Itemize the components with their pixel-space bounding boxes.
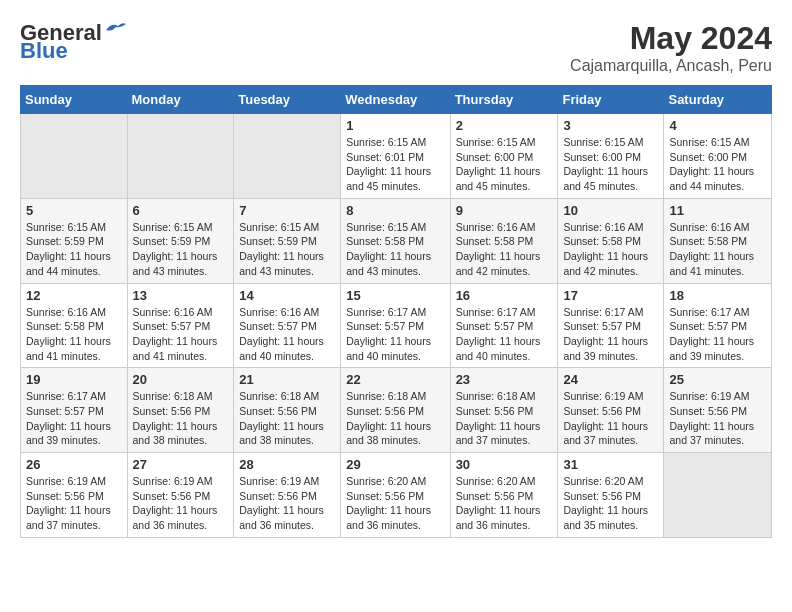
table-row xyxy=(234,114,341,199)
day-info: Sunrise: 6:15 AM Sunset: 6:00 PM Dayligh… xyxy=(563,135,658,194)
day-number: 29 xyxy=(346,457,444,472)
table-row xyxy=(127,114,234,199)
day-info: Sunrise: 6:16 AM Sunset: 5:58 PM Dayligh… xyxy=(563,220,658,279)
day-number: 12 xyxy=(26,288,122,303)
table-row: 23Sunrise: 6:18 AM Sunset: 5:56 PM Dayli… xyxy=(450,368,558,453)
calendar-week-row: 19Sunrise: 6:17 AM Sunset: 5:57 PM Dayli… xyxy=(21,368,772,453)
day-info: Sunrise: 6:15 AM Sunset: 5:59 PM Dayligh… xyxy=(239,220,335,279)
table-row: 12Sunrise: 6:16 AM Sunset: 5:58 PM Dayli… xyxy=(21,283,128,368)
day-number: 2 xyxy=(456,118,553,133)
calendar-table: Sunday Monday Tuesday Wednesday Thursday… xyxy=(20,85,772,538)
day-number: 26 xyxy=(26,457,122,472)
table-row: 24Sunrise: 6:19 AM Sunset: 5:56 PM Dayli… xyxy=(558,368,664,453)
day-info: Sunrise: 6:19 AM Sunset: 5:56 PM Dayligh… xyxy=(563,389,658,448)
day-info: Sunrise: 6:17 AM Sunset: 5:57 PM Dayligh… xyxy=(26,389,122,448)
day-info: Sunrise: 6:15 AM Sunset: 6:00 PM Dayligh… xyxy=(669,135,766,194)
table-row: 7Sunrise: 6:15 AM Sunset: 5:59 PM Daylig… xyxy=(234,198,341,283)
table-row: 10Sunrise: 6:16 AM Sunset: 5:58 PM Dayli… xyxy=(558,198,664,283)
day-info: Sunrise: 6:19 AM Sunset: 5:56 PM Dayligh… xyxy=(133,474,229,533)
day-info: Sunrise: 6:16 AM Sunset: 5:57 PM Dayligh… xyxy=(133,305,229,364)
calendar-week-row: 1Sunrise: 6:15 AM Sunset: 6:01 PM Daylig… xyxy=(21,114,772,199)
day-number: 25 xyxy=(669,372,766,387)
day-info: Sunrise: 6:18 AM Sunset: 5:56 PM Dayligh… xyxy=(346,389,444,448)
day-number: 21 xyxy=(239,372,335,387)
table-row: 8Sunrise: 6:15 AM Sunset: 5:58 PM Daylig… xyxy=(341,198,450,283)
day-number: 20 xyxy=(133,372,229,387)
day-info: Sunrise: 6:16 AM Sunset: 5:58 PM Dayligh… xyxy=(669,220,766,279)
page-header: General Blue May 2024 Cajamarquilla, Anc… xyxy=(20,20,772,75)
day-info: Sunrise: 6:20 AM Sunset: 5:56 PM Dayligh… xyxy=(346,474,444,533)
day-number: 15 xyxy=(346,288,444,303)
calendar-week-row: 12Sunrise: 6:16 AM Sunset: 5:58 PM Dayli… xyxy=(21,283,772,368)
table-row: 4Sunrise: 6:15 AM Sunset: 6:00 PM Daylig… xyxy=(664,114,772,199)
day-number: 17 xyxy=(563,288,658,303)
table-row: 1Sunrise: 6:15 AM Sunset: 6:01 PM Daylig… xyxy=(341,114,450,199)
table-row: 17Sunrise: 6:17 AM Sunset: 5:57 PM Dayli… xyxy=(558,283,664,368)
day-number: 31 xyxy=(563,457,658,472)
table-row: 29Sunrise: 6:20 AM Sunset: 5:56 PM Dayli… xyxy=(341,453,450,538)
day-number: 18 xyxy=(669,288,766,303)
day-number: 7 xyxy=(239,203,335,218)
table-row: 15Sunrise: 6:17 AM Sunset: 5:57 PM Dayli… xyxy=(341,283,450,368)
table-row: 3Sunrise: 6:15 AM Sunset: 6:00 PM Daylig… xyxy=(558,114,664,199)
day-number: 3 xyxy=(563,118,658,133)
table-row: 2Sunrise: 6:15 AM Sunset: 6:00 PM Daylig… xyxy=(450,114,558,199)
day-info: Sunrise: 6:18 AM Sunset: 5:56 PM Dayligh… xyxy=(133,389,229,448)
day-number: 11 xyxy=(669,203,766,218)
col-wednesday: Wednesday xyxy=(341,86,450,114)
day-info: Sunrise: 6:18 AM Sunset: 5:56 PM Dayligh… xyxy=(456,389,553,448)
col-thursday: Thursday xyxy=(450,86,558,114)
table-row: 13Sunrise: 6:16 AM Sunset: 5:57 PM Dayli… xyxy=(127,283,234,368)
day-info: Sunrise: 6:15 AM Sunset: 5:59 PM Dayligh… xyxy=(133,220,229,279)
day-number: 30 xyxy=(456,457,553,472)
day-info: Sunrise: 6:15 AM Sunset: 5:58 PM Dayligh… xyxy=(346,220,444,279)
day-info: Sunrise: 6:15 AM Sunset: 5:59 PM Dayligh… xyxy=(26,220,122,279)
table-row: 28Sunrise: 6:19 AM Sunset: 5:56 PM Dayli… xyxy=(234,453,341,538)
table-row: 22Sunrise: 6:18 AM Sunset: 5:56 PM Dayli… xyxy=(341,368,450,453)
day-info: Sunrise: 6:19 AM Sunset: 5:56 PM Dayligh… xyxy=(669,389,766,448)
calendar-week-row: 5Sunrise: 6:15 AM Sunset: 5:59 PM Daylig… xyxy=(21,198,772,283)
day-number: 28 xyxy=(239,457,335,472)
day-info: Sunrise: 6:16 AM Sunset: 5:57 PM Dayligh… xyxy=(239,305,335,364)
day-info: Sunrise: 6:19 AM Sunset: 5:56 PM Dayligh… xyxy=(26,474,122,533)
table-row xyxy=(664,453,772,538)
day-info: Sunrise: 6:16 AM Sunset: 5:58 PM Dayligh… xyxy=(26,305,122,364)
day-number: 24 xyxy=(563,372,658,387)
title-block: May 2024 Cajamarquilla, Ancash, Peru xyxy=(570,20,772,75)
col-sunday: Sunday xyxy=(21,86,128,114)
day-number: 5 xyxy=(26,203,122,218)
day-number: 14 xyxy=(239,288,335,303)
table-row: 14Sunrise: 6:16 AM Sunset: 5:57 PM Dayli… xyxy=(234,283,341,368)
day-number: 4 xyxy=(669,118,766,133)
table-row xyxy=(21,114,128,199)
day-number: 13 xyxy=(133,288,229,303)
day-number: 27 xyxy=(133,457,229,472)
day-info: Sunrise: 6:17 AM Sunset: 5:57 PM Dayligh… xyxy=(563,305,658,364)
day-number: 8 xyxy=(346,203,444,218)
day-info: Sunrise: 6:15 AM Sunset: 6:01 PM Dayligh… xyxy=(346,135,444,194)
day-info: Sunrise: 6:16 AM Sunset: 5:58 PM Dayligh… xyxy=(456,220,553,279)
table-row: 5Sunrise: 6:15 AM Sunset: 5:59 PM Daylig… xyxy=(21,198,128,283)
table-row: 25Sunrise: 6:19 AM Sunset: 5:56 PM Dayli… xyxy=(664,368,772,453)
calendar-subtitle: Cajamarquilla, Ancash, Peru xyxy=(570,57,772,75)
day-info: Sunrise: 6:17 AM Sunset: 5:57 PM Dayligh… xyxy=(669,305,766,364)
col-friday: Friday xyxy=(558,86,664,114)
table-row: 16Sunrise: 6:17 AM Sunset: 5:57 PM Dayli… xyxy=(450,283,558,368)
day-info: Sunrise: 6:20 AM Sunset: 5:56 PM Dayligh… xyxy=(456,474,553,533)
col-saturday: Saturday xyxy=(664,86,772,114)
calendar-week-row: 26Sunrise: 6:19 AM Sunset: 5:56 PM Dayli… xyxy=(21,453,772,538)
calendar-title: May 2024 xyxy=(570,20,772,57)
day-number: 19 xyxy=(26,372,122,387)
table-row: 9Sunrise: 6:16 AM Sunset: 5:58 PM Daylig… xyxy=(450,198,558,283)
day-number: 23 xyxy=(456,372,553,387)
day-info: Sunrise: 6:18 AM Sunset: 5:56 PM Dayligh… xyxy=(239,389,335,448)
table-row: 20Sunrise: 6:18 AM Sunset: 5:56 PM Dayli… xyxy=(127,368,234,453)
logo-bird-icon xyxy=(104,20,126,38)
table-row: 6Sunrise: 6:15 AM Sunset: 5:59 PM Daylig… xyxy=(127,198,234,283)
table-row: 18Sunrise: 6:17 AM Sunset: 5:57 PM Dayli… xyxy=(664,283,772,368)
col-tuesday: Tuesday xyxy=(234,86,341,114)
day-number: 1 xyxy=(346,118,444,133)
table-row: 30Sunrise: 6:20 AM Sunset: 5:56 PM Dayli… xyxy=(450,453,558,538)
col-monday: Monday xyxy=(127,86,234,114)
calendar-header-row: Sunday Monday Tuesday Wednesday Thursday… xyxy=(21,86,772,114)
